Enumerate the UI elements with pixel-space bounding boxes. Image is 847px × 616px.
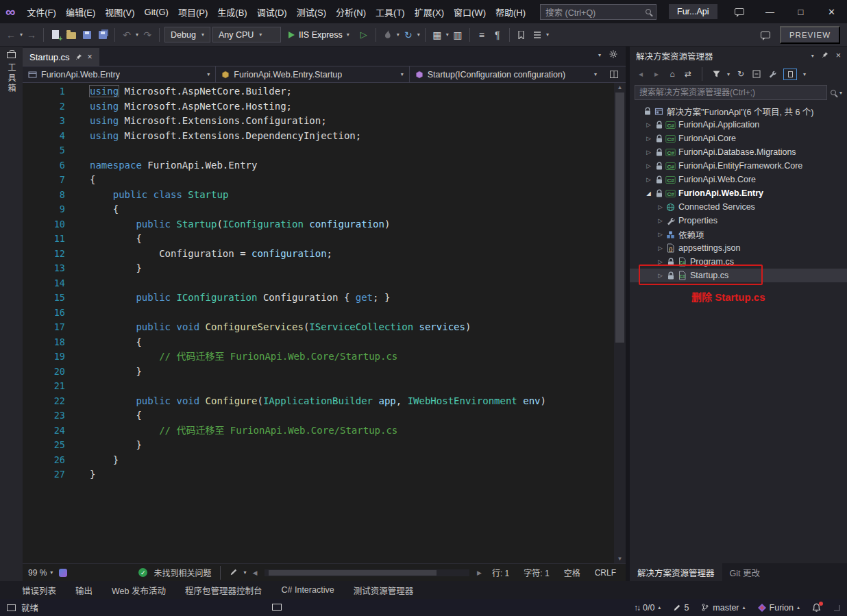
code-line[interactable]: 20 } (23, 365, 614, 380)
horizontal-scrollbar[interactable] (265, 569, 469, 576)
line-indent-icon[interactable]: ≡ (475, 27, 489, 43)
save-all-icon[interactable] (96, 27, 110, 43)
collapse-all-icon[interactable] (752, 70, 761, 78)
code-line[interactable]: 21 (23, 379, 614, 394)
menu-item[interactable]: 帮助(H) (491, 2, 530, 22)
explorer-tab[interactable]: 解决方案资源管理器 (630, 563, 722, 581)
tree-item[interactable]: 解决方案"FurionApi"(6 个项目, 共 6 个) (630, 104, 847, 118)
tree-item[interactable]: ▷C#FurionApi.Core (630, 132, 847, 145)
tree-item[interactable]: ▷C#FurionApi.Database.Migrations (630, 145, 847, 159)
menu-item[interactable]: Git(G) (140, 3, 173, 21)
solution-search-icon[interactable] (831, 90, 836, 95)
caret-column-indicator[interactable]: 字符: 1 (519, 567, 553, 578)
collapsed-arrow-icon[interactable]: ▷ (656, 258, 665, 265)
new-project-icon[interactable] (49, 27, 62, 43)
run-button[interactable]: IIS Express ▾ (283, 27, 355, 43)
code-line[interactable]: 26 } (23, 453, 614, 468)
undo-icon[interactable]: ↶ (120, 27, 134, 43)
close-button[interactable]: ✕ (816, 0, 847, 23)
hot-reload-icon[interactable] (381, 27, 395, 43)
line-ending-indicator[interactable]: CRLF (591, 568, 620, 578)
code-line[interactable]: 16 (23, 306, 614, 321)
scroll-left-icon[interactable]: ◀ (252, 569, 257, 576)
code-line[interactable]: 11 { (23, 232, 614, 247)
tree-item[interactable]: ▷依赖项 (630, 227, 847, 241)
preview-selected-items-toggle[interactable] (783, 69, 797, 80)
scroll-up-icon[interactable]: ▲ (614, 83, 626, 92)
bottom-panel-tab[interactable]: 测试资源管理器 (354, 584, 414, 597)
code-editor[interactable]: 1using Microsoft.AspNetCore.Builder;2usi… (23, 83, 626, 563)
panel-close-icon[interactable]: × (836, 51, 841, 60)
code-line[interactable]: 13 } (23, 261, 614, 276)
home-icon[interactable]: ⌂ (667, 69, 677, 79)
collapsed-arrow-icon[interactable]: ▷ (644, 149, 653, 156)
panel-pin-icon[interactable] (822, 51, 828, 60)
bottom-panel-tab[interactable]: Web 发布活动 (112, 584, 166, 597)
vertical-scrollbar[interactable]: ▲ ▼ (614, 83, 626, 563)
code-line[interactable]: 6namespace FurionApi.Web.Entry (23, 158, 614, 173)
quick-search-box[interactable]: 搜索 (Ctrl+Q) (540, 4, 656, 20)
tree-item[interactable]: ▷Properties (630, 214, 847, 227)
start-without-debugging-icon[interactable]: ▷ (357, 27, 371, 43)
solution-search-input[interactable] (635, 85, 827, 100)
tree-item[interactable]: ◢C#FurionApi.Web.Entry (630, 186, 847, 200)
expanded-arrow-icon[interactable]: ◢ (644, 190, 653, 197)
tree-item[interactable]: ▷C#FurionApi.EntityFramework.Core (630, 159, 847, 173)
bottom-panel-tab[interactable]: 错误列表 (22, 584, 56, 597)
indentation-indicator[interactable]: 空格 (560, 567, 585, 578)
debug-configuration-select[interactable]: Debug▾ (164, 27, 210, 42)
menu-item[interactable]: 文件(F) (22, 2, 61, 22)
code-line[interactable]: 14 (23, 276, 614, 291)
intellicode-icon[interactable] (59, 569, 67, 577)
tree-item[interactable]: ▷C#Program.cs (630, 255, 847, 269)
explorer-forward-icon[interactable]: ▸ (652, 69, 661, 79)
code-line[interactable]: 17 public void ConfigureServices(IServic… (23, 320, 614, 335)
code-line[interactable]: 12 Configuration = configuration; (23, 247, 614, 262)
filter-icon[interactable] (711, 71, 721, 77)
code-line[interactable]: 4using Microsoft.Extensions.DependencyIn… (23, 129, 614, 144)
pin-icon[interactable] (75, 52, 82, 62)
code-line[interactable]: 5 (23, 143, 614, 158)
menu-item[interactable]: 分析(N) (331, 2, 371, 22)
tree-item[interactable]: ▷Connected Services (630, 200, 847, 214)
explorer-tab[interactable]: Git 更改 (722, 563, 768, 581)
code-line[interactable]: 2using Microsoft.AspNetCore.Hosting; (23, 99, 614, 114)
code-line[interactable]: 8 public class Startup (23, 188, 614, 203)
menu-item[interactable]: 窗口(W) (449, 2, 491, 22)
code-line[interactable]: 15 public IConfiguration Configuration {… (23, 291, 614, 306)
minimize-button[interactable]: — (754, 0, 785, 23)
code-line[interactable]: 9 { (23, 202, 614, 217)
zoom-select[interactable]: 99 %▾ (28, 568, 53, 578)
breadcrumb-class[interactable]: FurionApi.Web.Entry.Startup ▾ (216, 66, 409, 82)
undo-caret-icon[interactable]: ▾ (136, 32, 138, 38)
code-area[interactable]: 1using Microsoft.AspNetCore.Builder;2usi… (23, 83, 614, 563)
navigate-back-caret-icon[interactable]: ▾ (20, 32, 23, 38)
explorer-refresh-icon[interactable]: ↻ (736, 69, 746, 79)
scroll-down-icon[interactable]: ▼ (614, 554, 626, 563)
horizontal-scrollbar-thumb[interactable] (269, 570, 437, 576)
redo-icon[interactable]: ↷ (140, 27, 154, 43)
tree-item[interactable]: ▷{}appsettings.json (630, 241, 847, 255)
code-line[interactable]: 10 public Startup(IConfiguration configu… (23, 217, 614, 232)
git-branch-status[interactable]: master ▴ (701, 603, 745, 613)
git-sync-status[interactable]: ↑↓ 0/0 ▴ (634, 603, 661, 613)
breadcrumb-member[interactable]: Startup(IConfiguration configuration) ▾ (410, 66, 602, 82)
code-line[interactable]: 22 public void Configure(IApplicationBui… (23, 394, 614, 409)
document-list-icon[interactable]: ▾ (598, 52, 601, 58)
code-line[interactable]: 27} (23, 467, 614, 482)
tree-item[interactable]: ▷C#FurionApi.Web.Core (630, 173, 847, 186)
feedback-icon[interactable] (724, 0, 754, 23)
editor-layout-icon[interactable] (272, 604, 282, 611)
code-line[interactable]: 18 { (23, 335, 614, 350)
open-file-icon[interactable] (64, 27, 78, 43)
bookmark-icon[interactable] (515, 27, 528, 43)
tab-close-icon[interactable]: × (88, 52, 93, 62)
properties-window-icon[interactable] (768, 70, 777, 78)
code-line[interactable]: 7{ (23, 173, 614, 188)
tree-item[interactable]: ▷C#FurionApi.Application (630, 118, 847, 132)
format-pen-icon[interactable] (230, 568, 237, 578)
preview-button[interactable]: PREVIEW (780, 26, 840, 44)
find-in-files-icon[interactable]: ▦ (430, 27, 444, 43)
caret-line-indicator[interactable]: 行: 1 (488, 567, 513, 578)
code-line[interactable]: 3using Microsoft.Extensions.Configuratio… (23, 114, 614, 129)
